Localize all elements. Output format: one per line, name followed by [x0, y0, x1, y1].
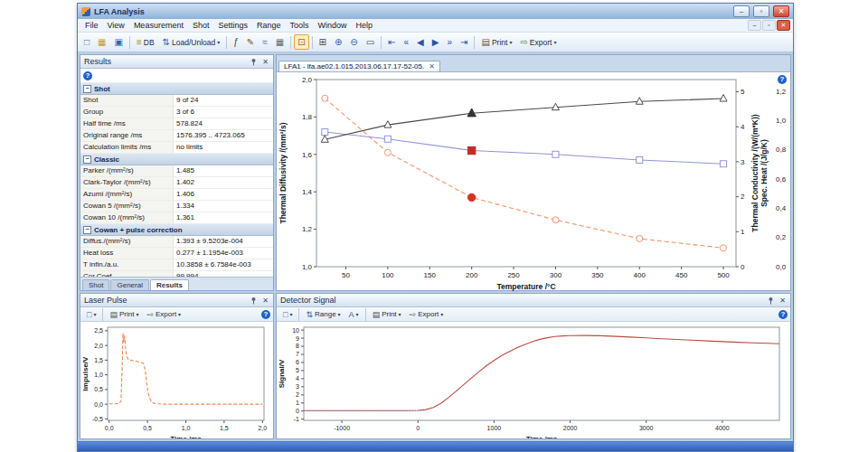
fast-prev-button[interactable]: « [401, 34, 413, 50]
table-row[interactable]: T infin./a.u.10.3858 ± 6.7584e-003 [80, 259, 273, 271]
export-button[interactable]: ⇨Export▾ [143, 308, 184, 320]
plot-area[interactable] [316, 80, 736, 267]
tab-shot[interactable]: Shot [82, 279, 109, 290]
data-point[interactable] [384, 136, 391, 142]
main-chart[interactable]: 50100150200250300350400450500Temperature… [277, 72, 792, 292]
load-unload-button[interactable]: ⇅Load/Unload▾ [159, 34, 224, 50]
table-row[interactable]: Cowan 10 /(mm²/s)1.361 [80, 212, 273, 224]
menu-measurement[interactable]: Measurement [129, 21, 188, 30]
section-header-classic[interactable]: −Classic [80, 154, 273, 165]
print-button[interactable]: ▤Print▾ [477, 34, 515, 50]
tab-general[interactable]: General [110, 279, 148, 290]
plot-area[interactable] [108, 327, 264, 420]
data-point[interactable] [721, 245, 727, 251]
data-point[interactable] [384, 149, 391, 155]
export-button[interactable]: ⇨Export▾ [406, 308, 448, 320]
pin-icon[interactable] [250, 297, 258, 305]
tab-close-icon[interactable]: ✕ [429, 62, 435, 71]
data-point[interactable] [322, 95, 328, 101]
pin-icon[interactable] [250, 58, 258, 66]
export-button[interactable]: ⇨Export▾ [516, 34, 560, 50]
maximize-button[interactable]: ▫ [753, 5, 769, 17]
data-point[interactable] [721, 161, 727, 167]
mdi-restore-icon[interactable]: ▫ [762, 20, 776, 31]
zoom-in-button[interactable]: ⊕ [331, 34, 345, 50]
function-button[interactable]: ƒ [230, 34, 242, 50]
minimize-button[interactable]: – [733, 5, 750, 17]
help-icon[interactable]: ? [778, 310, 788, 319]
chart-menu-button[interactable]: □▾ [83, 308, 99, 320]
new-document-button[interactable]: □ [80, 34, 93, 50]
menu-range[interactable]: Range [252, 21, 286, 30]
next-shot-button[interactable]: ▶ [429, 34, 443, 50]
edit-button[interactable]: ✎ [243, 34, 258, 50]
help-icon[interactable]: ? [83, 71, 92, 80]
model-fit-icon: ≈ [262, 38, 268, 47]
data-point[interactable] [467, 193, 475, 201]
fast-next-button[interactable]: » [444, 34, 457, 50]
mdi-minimize-icon[interactable]: – [748, 20, 761, 31]
table-view-button[interactable]: ▦ [272, 34, 288, 50]
tab-results[interactable]: Results [150, 279, 189, 290]
data-point[interactable] [637, 235, 643, 241]
help-icon[interactable]: ? [778, 75, 787, 84]
data-point[interactable] [637, 156, 643, 163]
table-row[interactable]: Clark-Taylor /(mm²/s)1.402 [80, 177, 273, 189]
laser-pulse-chart[interactable]: 0,00,51,01,52,0Time /ms2,52,01,51,00,50,… [80, 322, 271, 438]
auto-scale-button[interactable]: A▾ [345, 308, 363, 320]
table-row[interactable]: Half time /ms578.824 [80, 118, 273, 130]
table-row[interactable]: Parker /(mm²/s)1.485 [80, 165, 273, 177]
menu-view[interactable]: View [103, 21, 129, 30]
database-button[interactable]: ≡DB [133, 34, 158, 50]
model-fit-button[interactable]: ≈ [259, 34, 271, 50]
menu-file[interactable]: File [80, 21, 103, 30]
pin-icon[interactable] [767, 297, 775, 305]
data-point[interactable] [552, 151, 559, 157]
data-point[interactable] [552, 217, 559, 223]
laser-pulse-panel: Laser Pulse ✕ □▾▤Print▾⇨Export▾? 0,00,51… [80, 293, 274, 439]
table-row[interactable]: Azumi /(mm²/s)1.406 [80, 189, 273, 201]
help-icon[interactable]: ? [261, 310, 270, 319]
table-row[interactable]: Cowan 5 /(mm²/s)1.334 [80, 201, 273, 212]
data-point[interactable] [322, 129, 328, 136]
panel-close-icon[interactable]: ✕ [778, 297, 787, 305]
first-shot-button[interactable]: ⇤ [384, 34, 399, 50]
menu-help[interactable]: Help [352, 21, 378, 30]
table-row[interactable]: Shot9 of 24 [80, 95, 273, 107]
x-tick-label: 1000 [487, 425, 502, 431]
menu-shot[interactable]: Shot [188, 21, 214, 30]
panel-close-icon[interactable]: ✕ [261, 58, 269, 66]
save-button[interactable]: ▣ [111, 34, 127, 50]
last-shot-button[interactable]: ⇥ [457, 34, 471, 50]
open-file-button[interactable]: ▦ [94, 34, 109, 50]
collapse-icon[interactable]: − [83, 226, 91, 234]
data-point[interactable] [467, 146, 475, 154]
print-button[interactable]: ▤Print▾ [369, 308, 405, 320]
range-button[interactable]: ⇅Range▾ [302, 308, 344, 320]
panel-close-icon[interactable]: ✕ [261, 297, 269, 305]
section-header-shot[interactable]: −Shot [80, 83, 273, 95]
chart-menu-button[interactable]: □▾ [279, 308, 296, 320]
menu-settings[interactable]: Settings [213, 21, 252, 30]
zoom-fit-button[interactable]: ▭ [363, 34, 378, 50]
select-mode-button[interactable]: ⊡ [294, 34, 308, 50]
close-button[interactable]: ✕ [773, 5, 789, 17]
y-tick-label: 0,4 [776, 204, 787, 212]
document-tab[interactable]: LFA1 - lfa.ae02.1.015.2013.06.17.17-52-0… [278, 61, 440, 71]
menu-window[interactable]: Window [314, 21, 352, 30]
zoom-out-button[interactable]: ⊖ [346, 34, 361, 50]
axes-settings-button[interactable]: ⊞ [316, 34, 330, 50]
collapse-icon[interactable]: − [83, 155, 91, 164]
table-row[interactable]: Calculation limits /msno limits [80, 142, 273, 154]
collapse-icon[interactable]: − [83, 85, 91, 93]
section-header-cowan-pulse-correction[interactable]: −Cowan + pulse correction [80, 224, 273, 236]
table-row[interactable]: Original range /ms1576.395 .. 4723.065 [80, 130, 273, 142]
print-button[interactable]: ▤Print▾ [106, 308, 142, 320]
detector-signal-chart[interactable]: -100001000200030004000Time /ms-101234567… [277, 322, 792, 438]
menu-tools[interactable]: Tools [285, 21, 313, 30]
table-row[interactable]: Diffus./(mm²/s)1.393 ± 9.5203e-004 [80, 236, 273, 248]
table-row[interactable]: Group3 of 6 [80, 107, 273, 118]
table-row[interactable]: Heat loss0.277 ± 1.1954e-003 [80, 248, 273, 259]
prev-shot-button[interactable]: ◀ [413, 34, 428, 50]
mdi-close-icon[interactable]: ✕ [777, 20, 790, 31]
